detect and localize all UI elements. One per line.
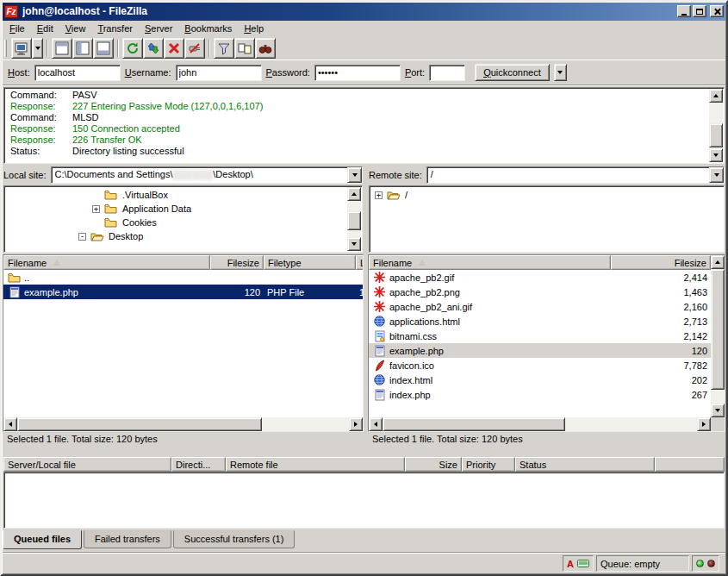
column-header-label: Status	[520, 460, 546, 470]
scroll-down-button[interactable]	[347, 237, 361, 251]
cancel-button[interactable]	[164, 38, 184, 59]
menu-server[interactable]: Server	[139, 22, 178, 36]
scroll-down-button[interactable]	[711, 404, 725, 417]
globe-icon	[372, 316, 387, 327]
local-site-dropdown-button[interactable]	[347, 167, 362, 183]
scroll-down-button[interactable]	[709, 148, 723, 162]
local-tree-scrollbar[interactable]	[347, 187, 361, 251]
tab-successful-transfers-1[interactable]: Successful transfers (1)	[173, 530, 296, 548]
file-row-example-php[interactable]: example.php120	[369, 343, 711, 358]
quickconnect-dropdown-button[interactable]	[554, 64, 567, 81]
host-input[interactable]	[34, 65, 121, 81]
scroll-right-button[interactable]	[349, 417, 363, 431]
file-row-apache-pb2-ani-gif[interactable]: apache_pb2_ani.gif2,160	[369, 299, 711, 314]
scroll-up-button[interactable]	[347, 187, 361, 201]
local-site-path[interactable]: C:\Documents and Settings\▒▒▒▒▒▒\Desktop…	[52, 167, 347, 183]
file-name: apache_pb2.gif	[389, 272, 454, 283]
column-header-remote-file[interactable]: Remote file	[226, 457, 405, 472]
filename-filters-button[interactable]	[214, 38, 234, 59]
menu-bookmarks[interactable]: Bookmarks	[178, 22, 238, 36]
port-input[interactable]	[429, 65, 465, 81]
refresh-button[interactable]	[122, 38, 143, 59]
file-row-bitnami-css[interactable]: bitnami.css2,142	[369, 329, 711, 343]
menu-edit[interactable]: Edit	[31, 22, 59, 36]
process-queue-button[interactable]	[143, 38, 164, 59]
password-input[interactable]	[314, 65, 401, 81]
column-header-filename[interactable]: Filename	[3, 255, 210, 270]
arrow-down-icon	[352, 242, 357, 246]
modified-cell	[356, 270, 363, 285]
scroll-up-button[interactable]	[711, 255, 725, 269]
tree-item-[interactable]: +/	[371, 188, 722, 202]
local-list-hscrollbar[interactable]	[3, 417, 363, 431]
toggle-transfer-queue-button[interactable]	[93, 38, 114, 59]
toggle-message-log-button[interactable]	[52, 38, 72, 59]
log-line-status: Status:Directory listing successful	[10, 146, 708, 157]
scrollbar-thumb[interactable]	[17, 417, 262, 431]
file-row-[interactable]: ..	[3, 270, 363, 285]
remote-list-scrollbar[interactable]	[711, 255, 725, 417]
directory-comparison-button[interactable]	[234, 38, 255, 59]
tree-item-application-data[interactable]: +Application Data	[6, 202, 346, 216]
scrollbar-thumb[interactable]	[709, 123, 723, 147]
quickconnect-button[interactable]: Quickconnect	[475, 64, 550, 81]
file-row-index-html[interactable]: index.html202	[369, 373, 711, 387]
remote-list-hscrollbar[interactable]	[369, 417, 711, 431]
tree-expander[interactable]: -	[78, 233, 86, 241]
remote-site-dropdown-button[interactable]	[709, 167, 724, 183]
tree-expander[interactable]: +	[92, 205, 100, 213]
column-header-filesize[interactable]: Filesize	[210, 255, 264, 270]
column-header-l[interactable]: L	[356, 255, 363, 270]
scroll-left-button[interactable]	[369, 417, 383, 431]
folder-open-icon	[90, 231, 104, 241]
menu-help[interactable]: Help	[238, 22, 270, 36]
remote-site-path[interactable]: /	[427, 167, 709, 183]
column-header-directi[interactable]: Directi...	[171, 457, 226, 472]
column-header-filesize[interactable]: Filesize	[611, 255, 711, 270]
column-header-size[interactable]: Size	[405, 457, 462, 472]
file-row-apache-pb2-gif[interactable]: apache_pb2.gif2,414	[369, 270, 711, 285]
column-header-filetype[interactable]: Filetype	[264, 255, 356, 270]
file-row-apache-pb2-png[interactable]: apache_pb2.png1,463	[369, 285, 711, 299]
menu-view[interactable]: View	[59, 22, 92, 36]
file-row-index-php[interactable]: index.php267	[369, 387, 711, 402]
log-line-message: 227 Entering Passive Mode (127,0,0,1,6,1…	[72, 101, 263, 112]
site-manager-button-dropdown[interactable]	[32, 38, 43, 59]
tab-failed-transfers[interactable]: Failed transfers	[84, 530, 171, 548]
scroll-left-button[interactable]	[3, 417, 17, 431]
disconnect-button[interactable]	[184, 38, 205, 59]
file-row-example-php[interactable]: example.php120PHP File1	[3, 285, 363, 299]
column-header-filename[interactable]: Filename	[369, 255, 611, 270]
file-row-favicon-ico[interactable]: favicon.ico7,782	[369, 358, 711, 373]
site-manager-button[interactable]	[11, 38, 32, 59]
tab-queued-files[interactable]: Queued files	[3, 530, 82, 549]
close-button[interactable]	[710, 5, 724, 17]
minimize-button[interactable]	[677, 5, 691, 17]
scrollbar-thumb[interactable]	[383, 417, 565, 431]
pane-splitter[interactable]	[363, 166, 369, 432]
menu-file[interactable]: File	[3, 22, 31, 36]
column-header-priority[interactable]: Priority	[462, 457, 515, 472]
queue-splitter[interactable]	[3, 447, 725, 454]
column-header-status[interactable]: Status	[515, 457, 655, 472]
find-files-button[interactable]	[255, 38, 276, 59]
scrollbar-thumb[interactable]	[347, 211, 361, 230]
tree-item-desktop[interactable]: -Desktop	[6, 229, 346, 243]
log-line-type: Response:	[10, 123, 72, 135]
username-input[interactable]	[176, 65, 262, 81]
tree-item-virtualbox[interactable]: .VirtualBox	[6, 188, 346, 202]
tree-item-cookies[interactable]: Cookies	[6, 216, 346, 229]
toggle-tree-views-button[interactable]	[72, 38, 93, 59]
tree-expander[interactable]: +	[375, 191, 383, 199]
scroll-right-button[interactable]	[697, 417, 711, 431]
titlebar[interactable]: Fz john@localhost - FileZilla	[2, 2, 726, 21]
maximize-button[interactable]	[693, 5, 706, 17]
file-row-applications-html[interactable]: applications.html2,713	[369, 314, 711, 329]
column-header-server-local-file[interactable]: Server/Local file	[3, 457, 171, 472]
scrollbar-thumb[interactable]	[711, 269, 725, 390]
scroll-up-button[interactable]	[709, 89, 723, 103]
log-scrollbar[interactable]	[709, 89, 723, 162]
transfer-queue-list[interactable]	[3, 472, 725, 529]
toolbar-grip[interactable]	[4, 40, 7, 57]
menu-transfer[interactable]: Transfer	[91, 22, 139, 36]
